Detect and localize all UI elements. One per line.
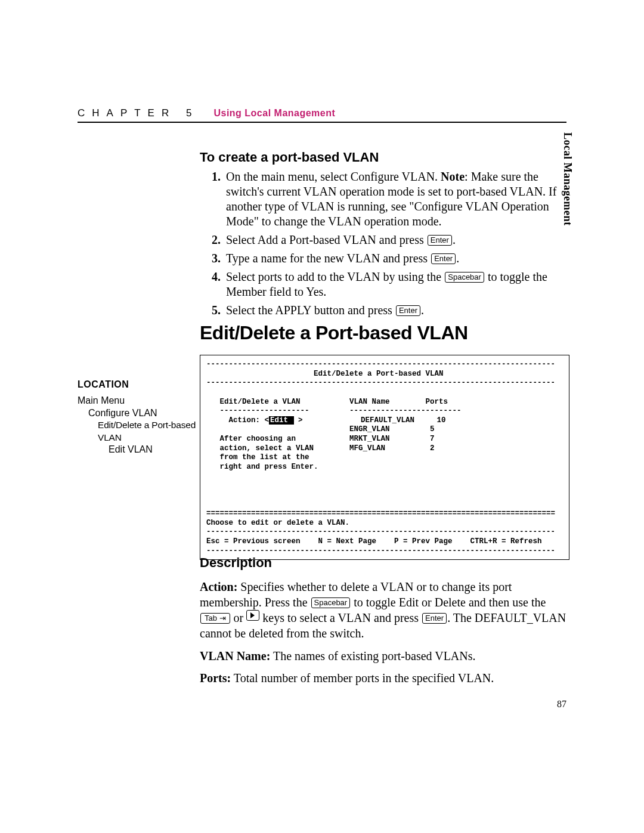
desc-action: Action: Specifies whether to delete a VL… <box>200 580 569 641</box>
description-title: Description <box>200 555 569 571</box>
description-block: Description Action: Specifies whether to… <box>200 555 569 693</box>
enter-key-icon: Enter <box>431 253 456 264</box>
location-l3: Edit/Delete a Port-based VLAN <box>98 419 197 443</box>
page: CHAPTER 5Using Local Management Local Ma… <box>0 0 644 833</box>
steps-list: On the main menu, select Configure VLAN.… <box>200 169 569 318</box>
page-heading: Edit/Delete a Port-based VLAN <box>200 322 468 344</box>
terminal-screenshot: ----------------------------------------… <box>200 355 569 560</box>
location-block: LOCATION Main Menu Configure VLAN Edit/D… <box>78 379 197 456</box>
location-l4: Edit VLAN <box>109 444 197 456</box>
step-1: On the main menu, select Configure VLAN.… <box>224 169 569 229</box>
right-arrow-key-icon <box>246 610 259 621</box>
enter-key-icon: Enter <box>422 613 447 624</box>
section-create-vlan: To create a port-based VLAN On the main … <box>200 149 569 321</box>
step-5: Select the APPLY button and press Enter. <box>224 303 569 318</box>
spacebar-key-icon: Spacebar <box>445 272 484 283</box>
chapter-title: Using Local Management <box>213 108 335 118</box>
step-4: Select ports to add to the VLAN by using… <box>224 270 569 299</box>
step-3: Type a name for the new VLAN and press E… <box>224 251 569 266</box>
location-l2: Configure VLAN <box>88 407 197 420</box>
terminal-selected-action: Edit <box>269 416 294 425</box>
chapter-label: CHAPTER 5 <box>78 107 199 119</box>
desc-ports: Ports: Total number of member ports in t… <box>200 671 569 686</box>
desc-vlan-name: VLAN Name: The names of existing port-ba… <box>200 649 569 664</box>
step-2: Select Add a Port-based VLAN and press E… <box>224 233 569 247</box>
tab-key-icon: Tab ⇥ <box>200 613 230 624</box>
running-header: CHAPTER 5Using Local Management <box>78 107 335 119</box>
page-number: 87 <box>557 699 566 710</box>
enter-key-icon: Enter <box>428 235 452 246</box>
location-l1: Main Menu <box>78 395 197 407</box>
header-rule <box>78 122 566 123</box>
section-title: To create a port-based VLAN <box>200 149 569 166</box>
spacebar-key-icon: Spacebar <box>311 597 351 608</box>
location-title: LOCATION <box>78 379 197 391</box>
enter-key-icon: Enter <box>396 305 420 316</box>
